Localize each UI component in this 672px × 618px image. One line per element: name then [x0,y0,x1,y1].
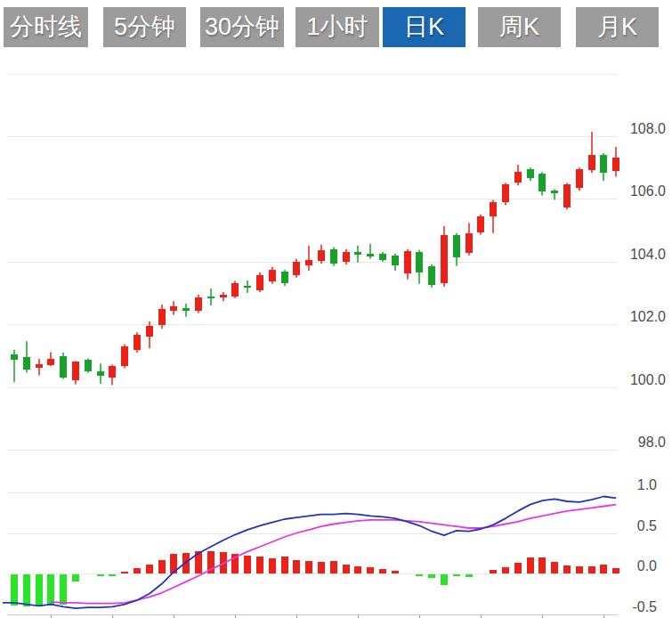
price-axis-label: 108.0 [630,121,666,136]
candle-up [576,169,583,188]
kline-chart-canvas[interactable]: 108.0106.0104.0102.0100.098.01.00.50.0-0… [0,0,672,618]
macd-histogram-bar [146,565,153,573]
macd-axis-label: -0.5 [632,599,657,614]
kline-app: 分时线 5分钟 30分钟 1小时 日K 周K 月K 108.0106.0104.… [0,0,672,618]
macd-histogram-bar [502,567,509,573]
macd-histogram-bar [612,568,619,573]
macd-histogram-bar [354,566,361,573]
candle-down [281,272,288,283]
macd-axis-label: 0.5 [637,518,657,533]
candle-up [293,262,300,275]
candle-down [330,249,337,264]
macd-histogram-bar [600,565,607,573]
macd-histogram-bar [60,574,67,606]
candle-up [158,309,166,325]
candle-up [477,216,484,232]
macd-lines [3,497,616,609]
candle-up [195,297,202,311]
candle-down [85,360,92,370]
macd-histogram-bar [514,563,522,573]
candle-up [269,270,276,281]
candle-up [146,326,153,337]
macd-histogram-bar [392,571,399,573]
candle-up [343,252,350,262]
candle-down [354,252,361,255]
candle-down [428,266,435,285]
candle-down [207,297,215,298]
macd-histogram-bar [305,561,312,573]
candle-series [11,132,619,385]
macd-histogram-bar [121,572,128,573]
price-axis-label: 100.0 [630,372,666,387]
candle-up [612,158,619,171]
candle-up [588,155,595,170]
macd-histogram-bar [416,574,423,576]
macd-histogram-bar [281,557,288,573]
macd-histogram-bar [588,566,595,573]
candle-up [404,251,411,273]
macd-histogram-bar [318,562,325,573]
candle-up [466,233,473,252]
price-axis-label: 104.0 [630,247,666,262]
candle-up [441,235,448,284]
macd-histogram-bar [343,565,350,573]
candle-up [47,359,54,364]
grid-layer [7,75,618,618]
macd-axis-label: 1.0 [637,477,657,492]
macd-histogram-bar [441,574,448,586]
axis-labels: 108.0106.0104.0102.0100.098.01.00.50.0-0… [630,121,666,614]
macd-axis-label: 0.0 [637,558,657,573]
macd-histogram-bar [134,568,141,573]
macd-histogram-bar [269,558,276,573]
candle-down [392,256,399,265]
candle-down [60,356,67,378]
macd-histogram-bar [244,556,251,573]
candle-down [538,174,546,191]
candle-up [36,364,43,368]
candle-up [502,184,509,202]
candle-down [600,155,607,173]
macd-histogram-bar [490,570,497,573]
candle-up [170,306,177,310]
macd-histogram-bar [330,561,337,573]
macd-histogram-bar [563,565,571,573]
candle-up [220,295,227,297]
macd-histogram-bar [576,566,583,573]
macd-histogram-bar [23,574,30,606]
candle-down [11,354,18,361]
candle-down [527,169,534,178]
macd-histogram-bar [97,574,104,576]
candle-down [367,254,374,256]
candle-down [416,252,423,272]
candle-up [121,346,128,366]
macd-histogram-bar [256,557,263,573]
macd-histogram [11,551,619,606]
macd-histogram-bar [47,574,54,606]
price-axis-label: 106.0 [630,183,666,199]
macd-histogram-bar [466,574,473,578]
macd-histogram-bar [453,574,460,577]
candle-up [109,366,116,377]
macd-histogram-bar [109,574,116,576]
macd-histogram-bar [527,557,534,573]
candle-up [256,275,263,290]
dea-line [51,505,616,604]
candle-up [72,362,79,379]
candle-down [97,371,104,376]
macd-histogram-bar [379,569,386,573]
candle-up [490,202,497,216]
macd-histogram-bar [11,574,18,606]
candle-up [231,283,239,296]
candle-down [379,254,386,260]
candle-down [23,357,30,370]
candle-up [305,260,312,265]
macd-histogram-bar [367,567,374,573]
macd-histogram-bar [538,557,546,573]
price-axis-label: 102.0 [630,309,666,324]
candle-down [453,235,460,258]
macd-histogram-bar [551,562,558,573]
candle-up [134,335,141,350]
macd-histogram-bar [72,574,79,581]
macd-histogram-bar [293,560,300,573]
candle-down [244,286,251,288]
